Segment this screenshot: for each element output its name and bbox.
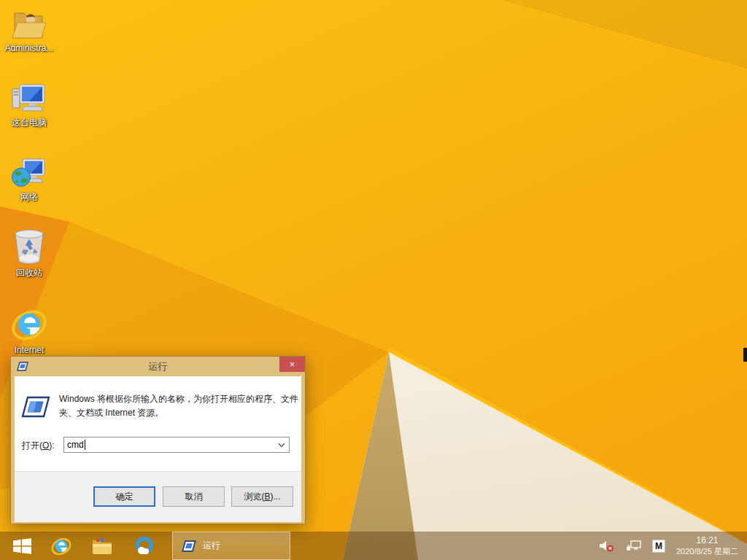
icon-label: Internet	[1, 345, 57, 355]
task-label: 运行	[203, 540, 220, 552]
taskbar-ie-button[interactable]	[45, 532, 77, 560]
internet-explorer-icon	[1, 306, 57, 343]
desktop-icon-this-pc[interactable]: 这台电脑	[1, 79, 57, 128]
network-icon	[1, 153, 57, 190]
desktop-icon-network[interactable]: 网络	[1, 153, 57, 202]
clock-date: 2020/8/25 星期二	[676, 546, 738, 556]
network-status-icon[interactable]	[626, 540, 641, 552]
taskbar-explorer-button[interactable]	[86, 532, 118, 560]
dialog-client-area: Windows 将根据你所输入的名称，为你打开相应的程序、文件夹、文档或 Int…	[15, 376, 301, 520]
desktop: Administra... 这台电脑	[0, 0, 747, 560]
text-caret	[85, 440, 85, 450]
ok-button[interactable]: 确定	[93, 486, 155, 507]
system-tray: M 16:21 2020/8/25 星期二	[599, 532, 747, 560]
taskbar-run-task[interactable]: 运行	[172, 532, 290, 560]
run-input[interactable]: cmd	[63, 437, 290, 453]
start-button[interactable]	[6, 532, 38, 560]
icon-label: 这台电脑	[1, 117, 57, 128]
open-label: 打开(O):	[22, 440, 55, 452]
browse-button[interactable]: 浏览(B)...	[231, 486, 293, 507]
folder-icon	[92, 537, 112, 555]
tray-clock[interactable]: 16:21 2020/8/25 星期二	[676, 535, 738, 556]
icon-label: Administra...	[1, 43, 57, 53]
chevron-down-icon[interactable]	[278, 443, 285, 448]
volume-muted-icon[interactable]	[599, 540, 615, 553]
windows-logo-icon	[13, 537, 31, 555]
close-button[interactable]: ×	[279, 357, 305, 372]
icon-label: 回收站	[1, 268, 57, 278]
run-icon	[182, 540, 196, 552]
dialog-title: 运行	[11, 360, 305, 373]
computer-icon	[1, 79, 57, 115]
run-icon	[17, 362, 28, 371]
desktop-icon-internet-explorer[interactable]: Internet	[1, 306, 57, 355]
run-dialog-titlebar[interactable]: 运行 ×	[11, 357, 305, 376]
dialog-button-strip: 确定 取消 浏览(B)...	[15, 471, 301, 522]
icon-label: 网络	[1, 192, 57, 202]
cancel-button[interactable]: 取消	[163, 486, 225, 507]
cloud-browser-icon	[135, 537, 154, 556]
desktop-icon-administrator[interactable]: Administra...	[1, 4, 57, 53]
recycle-bin-icon	[1, 229, 57, 265]
run-dialog: 运行 × Windows 将根据你所输入的名称，为你打开相应的程序、文件夹、文档…	[10, 356, 306, 524]
taskbar: 运行 M 16:21	[0, 532, 747, 560]
run-input-value: cmd	[67, 440, 84, 450]
run-description: Windows 将根据你所输入的名称，为你打开相应的程序、文件夹、文档或 Int…	[59, 392, 303, 420]
user-folder-icon	[1, 4, 57, 41]
clock-time: 16:21	[696, 535, 718, 546]
internet-explorer-icon	[50, 536, 72, 556]
screen-edge-sliver	[743, 348, 747, 362]
ime-indicator[interactable]: M	[652, 540, 665, 553]
run-icon	[21, 396, 50, 418]
desktop-icon-recycle-bin[interactable]: 回收站	[1, 229, 57, 278]
taskbar-cloud-browser-button[interactable]	[128, 532, 160, 560]
